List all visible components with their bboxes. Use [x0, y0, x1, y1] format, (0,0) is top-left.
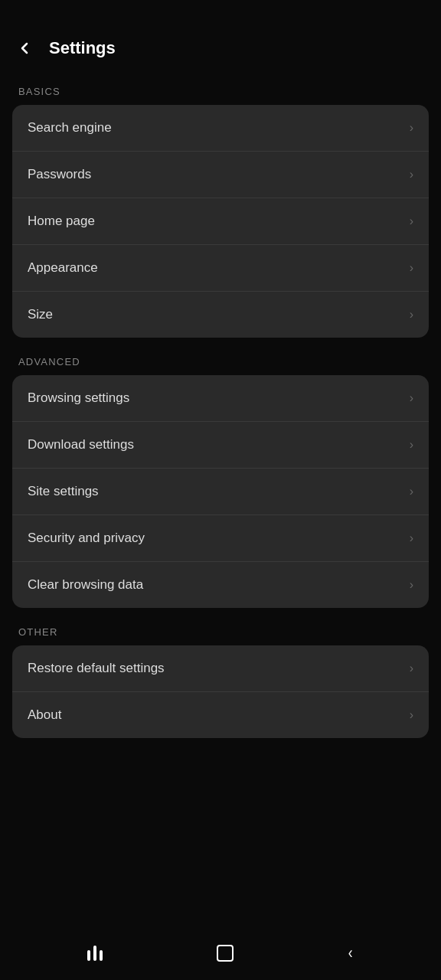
settings-item-browsing-settings[interactable]: Browsing settings ›: [12, 375, 429, 422]
basics-card: Search engine › Passwords › Home page › …: [12, 105, 429, 338]
home-page-label: Home page: [28, 214, 95, 229]
page-title: Settings: [49, 38, 116, 58]
section-basics: BASICS Search engine › Passwords › Home …: [0, 74, 441, 338]
passwords-label: Passwords: [28, 167, 91, 182]
chevron-right-icon: ›: [410, 485, 413, 498]
chevron-right-icon: ›: [410, 168, 413, 181]
section-label-advanced: ADVANCED: [0, 344, 441, 375]
clear-browsing-data-label: Clear browsing data: [28, 577, 143, 593]
appearance-label: Appearance: [28, 260, 98, 276]
back-nav-button[interactable]: ‹: [340, 936, 361, 971]
security-privacy-label: Security and privacy: [28, 531, 145, 546]
settings-item-passwords[interactable]: Passwords ›: [12, 152, 429, 198]
chevron-right-icon: ›: [410, 308, 413, 322]
settings-item-about[interactable]: About ›: [12, 692, 429, 738]
advanced-card: Browsing settings › Download settings › …: [12, 375, 429, 608]
settings-item-clear-browsing-data[interactable]: Clear browsing data ›: [12, 562, 429, 608]
navigation-bar: ‹: [0, 926, 441, 980]
download-settings-label: Download settings: [28, 437, 134, 452]
chevron-right-icon: ›: [410, 708, 413, 722]
chevron-right-icon: ›: [410, 662, 413, 675]
settings-item-restore-defaults[interactable]: Restore default settings ›: [12, 645, 429, 692]
settings-item-appearance[interactable]: Appearance ›: [12, 245, 429, 292]
settings-item-search-engine[interactable]: Search engine ›: [12, 105, 429, 152]
chevron-right-icon: ›: [410, 261, 413, 275]
section-advanced: ADVANCED Browsing settings › Download se…: [0, 344, 441, 608]
back-arrow-icon: [15, 39, 34, 57]
settings-item-home-page[interactable]: Home page ›: [12, 198, 429, 245]
browsing-settings-label: Browsing settings: [28, 390, 129, 406]
back-button[interactable]: [15, 39, 34, 57]
content-area: BASICS Search engine › Passwords › Home …: [0, 74, 441, 813]
restore-defaults-label: Restore default settings: [28, 661, 165, 676]
settings-item-size[interactable]: Size ›: [12, 292, 429, 338]
recents-icon: [87, 946, 103, 961]
home-icon: [217, 945, 234, 962]
chevron-right-icon: ›: [410, 214, 413, 228]
section-label-basics: BASICS: [0, 74, 441, 105]
chevron-right-icon: ›: [410, 578, 413, 592]
section-other: OTHER Restore default settings › About ›: [0, 614, 441, 738]
search-engine-label: Search engine: [28, 120, 112, 136]
settings-item-security-privacy[interactable]: Security and privacy ›: [12, 515, 429, 562]
site-settings-label: Site settings: [28, 484, 99, 499]
about-label: About: [28, 707, 61, 723]
chevron-right-icon: ›: [410, 438, 413, 452]
other-card: Restore default settings › About ›: [12, 645, 429, 738]
settings-item-site-settings[interactable]: Site settings ›: [12, 469, 429, 515]
recents-button[interactable]: [80, 938, 110, 969]
header: Settings: [0, 0, 441, 74]
section-label-other: OTHER: [0, 614, 441, 645]
size-label: Size: [28, 307, 53, 322]
back-nav-icon: ‹: [348, 943, 353, 963]
chevron-right-icon: ›: [410, 121, 413, 135]
settings-item-download-settings[interactable]: Download settings ›: [12, 422, 429, 469]
home-button[interactable]: [209, 937, 241, 969]
chevron-right-icon: ›: [410, 391, 413, 405]
chevron-right-icon: ›: [410, 531, 413, 545]
